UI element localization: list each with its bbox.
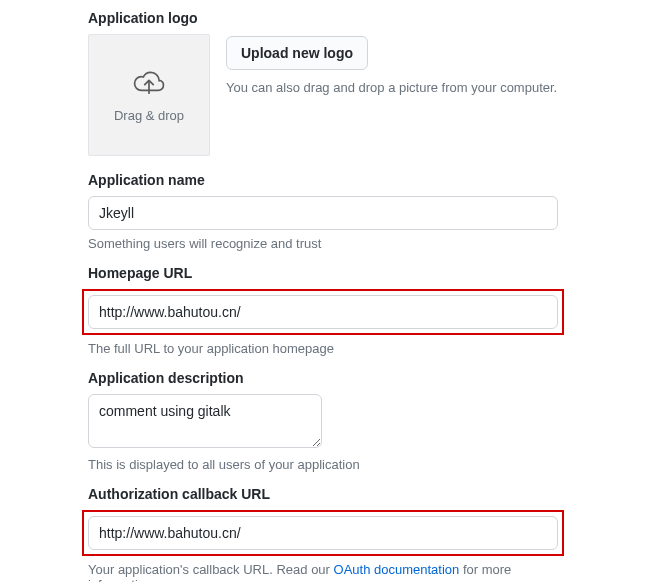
app-name-label: Application name <box>88 172 558 188</box>
logo-row: Drag & drop Upload new logo You can also… <box>88 34 558 156</box>
callback-hint-prefix: Your application's callback URL. Read ou… <box>88 562 334 577</box>
callback-highlight <box>82 510 564 556</box>
homepage-hint: The full URL to your application homepag… <box>88 341 558 356</box>
oauth-docs-link[interactable]: OAuth documentation <box>334 562 460 577</box>
description-hint: This is displayed to all users of your a… <box>88 457 558 472</box>
homepage-label: Homepage URL <box>88 265 558 281</box>
description-label: Application description <box>88 370 558 386</box>
homepage-url-input[interactable] <box>88 295 558 329</box>
app-name-block: Application name Something users will re… <box>88 172 558 251</box>
callback-block: Authorization callback URL Your applicat… <box>88 486 558 582</box>
drop-zone-label: Drag & drop <box>114 108 184 123</box>
description-textarea[interactable] <box>88 394 322 448</box>
callback-url-input[interactable] <box>88 516 558 550</box>
upload-logo-button[interactable]: Upload new logo <box>226 36 368 70</box>
oauth-app-form: Application logo Drag & drop Upload new … <box>0 0 646 582</box>
app-name-hint: Something users will recognize and trust <box>88 236 558 251</box>
callback-hint: Your application's callback URL. Read ou… <box>88 562 558 582</box>
logo-drop-zone[interactable]: Drag & drop <box>88 34 210 156</box>
homepage-highlight <box>82 289 564 335</box>
homepage-block: Homepage URL The full URL to your applic… <box>88 265 558 356</box>
description-block: Application description This is displaye… <box>88 370 558 472</box>
upload-hint: You can also drag and drop a picture fro… <box>226 80 557 95</box>
app-name-input[interactable] <box>88 196 558 230</box>
cloud-upload-icon <box>132 68 166 98</box>
upload-column: Upload new logo You can also drag and dr… <box>226 34 557 95</box>
logo-label: Application logo <box>88 10 558 26</box>
callback-label: Authorization callback URL <box>88 486 558 502</box>
